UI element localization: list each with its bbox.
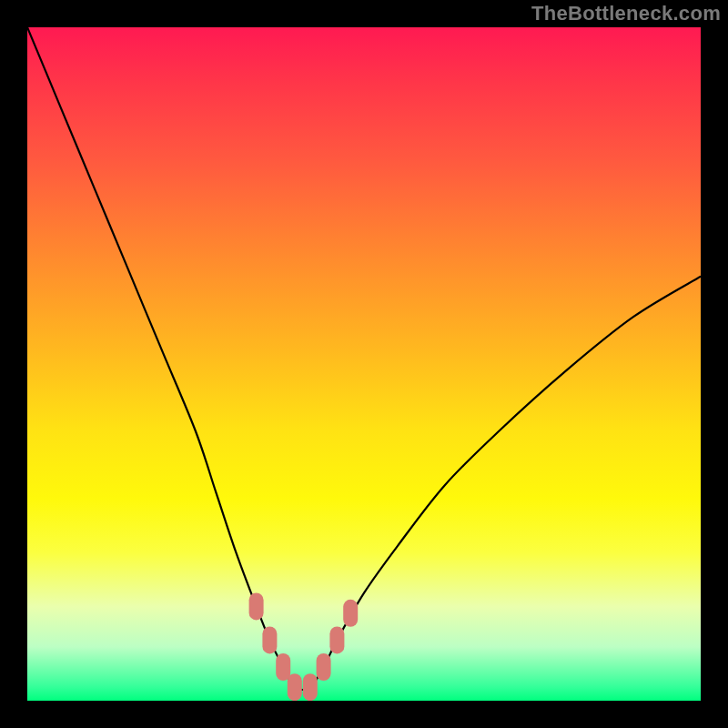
trough-marker bbox=[262, 626, 277, 653]
trough-marker bbox=[329, 626, 344, 653]
watermark-label: TheBottleneck.com bbox=[531, 2, 721, 25]
trough-marker bbox=[276, 653, 290, 681]
trough-marker bbox=[343, 600, 358, 627]
trough-marker bbox=[317, 653, 331, 681]
plot-area bbox=[27, 27, 701, 701]
trough-marker bbox=[303, 673, 318, 701]
trough-marker bbox=[249, 592, 264, 620]
curve-layer bbox=[27, 27, 701, 701]
trough-marker bbox=[288, 673, 302, 701]
bottleneck-curve bbox=[27, 27, 701, 690]
chart-stage: TheBottleneck.com bbox=[0, 0, 728, 728]
trough-markers-group bbox=[249, 592, 359, 701]
